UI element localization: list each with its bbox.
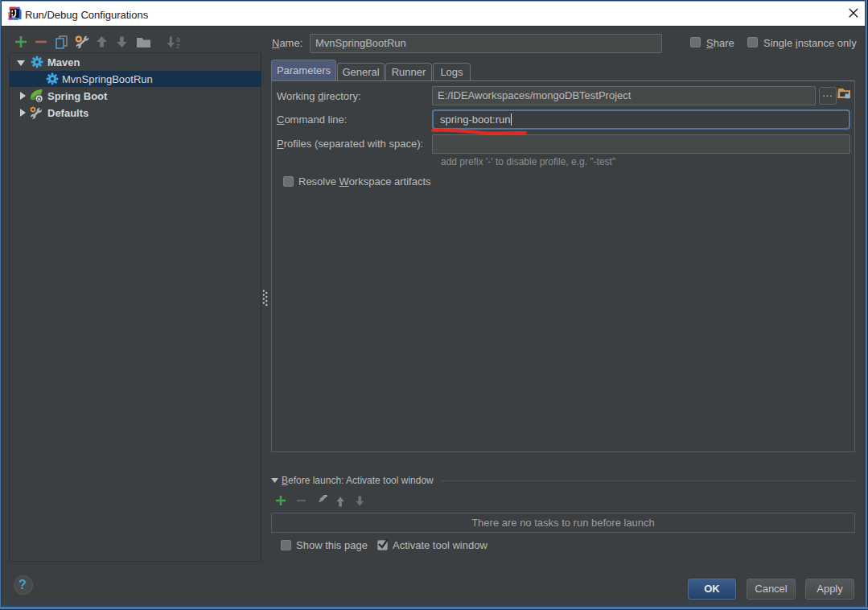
svg-text:z: z <box>176 42 180 50</box>
